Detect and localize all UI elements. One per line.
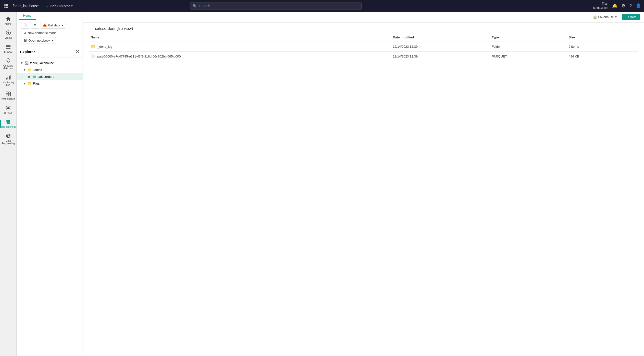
svg-rect-33 <box>7 123 10 124</box>
svg-rect-8 <box>7 6 8 8</box>
chevron-down-icon: ▾ <box>20 61 24 65</box>
cell-name: 📁 _delta_log <box>89 42 391 52</box>
svg-rect-4 <box>6 5 7 6</box>
col-header-size: Size <box>567 33 638 42</box>
tree-salesorders[interactable]: ▶ ⊞ salesorders ··· <box>17 73 82 80</box>
lakehouse-button[interactable]: 🏠 Lakehouse ▾ <box>590 14 620 20</box>
more-options-icon[interactable]: ··· <box>78 74 80 79</box>
cell-date: 12/14/2023 12:39... <box>391 42 490 52</box>
svg-rect-13 <box>6 46 10 47</box>
shield-icon: 🛡 <box>46 4 48 7</box>
file-table-wrap: Name Date modified Type Size 📁 _delta_lo… <box>83 33 644 356</box>
svg-rect-19 <box>6 92 8 94</box>
tree-tables[interactable]: ▾ 📁 Tables <box>17 66 82 73</box>
separator: | <box>42 4 43 8</box>
sidebar-item-create[interactable]: Create <box>0 28 16 42</box>
svg-rect-7 <box>6 6 7 8</box>
back-button[interactable]: ← <box>89 26 93 31</box>
share-button[interactable]: ↑ Share <box>622 14 640 20</box>
folder-icon: 📁 <box>28 67 32 72</box>
account-icon[interactable]: 👤 <box>636 3 641 8</box>
col-header-name: Name <box>89 33 391 42</box>
sidebar-item-workspaces[interactable]: Workspaces <box>0 89 16 103</box>
svg-rect-21 <box>6 94 8 96</box>
settings-icon[interactable]: ⚙ <box>622 3 626 8</box>
svg-rect-18 <box>10 75 10 80</box>
sidebar-item-home[interactable]: Home <box>0 14 16 28</box>
new-semantic-button[interactable]: 🗂 New semantic model <box>20 30 60 36</box>
get-data-button[interactable]: 📥 Get data ▾ <box>40 22 66 29</box>
new-item-icon: 📄 <box>23 23 27 27</box>
sidebar-item-onelake[interactable]: OneLake data hub <box>0 55 16 72</box>
chevron-down-icon: ▾ <box>615 15 617 19</box>
tab-home[interactable]: Home <box>18 12 36 20</box>
svg-rect-22 <box>8 94 10 96</box>
file-table: Name Date modified Type Size 📁 _delta_lo… <box>89 33 638 61</box>
trial-info: Trial: 59 days left <box>593 2 608 10</box>
new-item-button[interactable]: 📄 <box>20 22 30 29</box>
lakehouse-icon: 🏠 <box>593 15 597 19</box>
sensitivity-label[interactable]: Non-Business ▾ <box>50 4 73 8</box>
svg-rect-0 <box>4 4 6 5</box>
notebook-icon: 📓 <box>23 39 27 42</box>
explorer-header: Explorer ✕ <box>17 46 82 57</box>
explorer-close-button[interactable]: ✕ <box>76 49 79 54</box>
open-notebook-button[interactable]: 📓 Open notebook ▾ <box>20 37 56 44</box>
root-label: fabric_lakehouse <box>30 61 80 65</box>
table-row[interactable]: 📄 part-00000-e7d47785-e211-43f9-816d-06c… <box>89 52 638 61</box>
tree-files[interactable]: ▾ 📁 Files <box>17 80 82 87</box>
chevron-down-icon: ▾ <box>22 81 26 85</box>
svg-rect-15 <box>6 78 7 80</box>
file-icon: 📄 <box>91 54 95 58</box>
svg-rect-17 <box>9 76 10 79</box>
notification-icon[interactable]: 🔔 <box>612 3 618 8</box>
search-input[interactable] <box>190 2 362 9</box>
help-icon[interactable]: ? <box>629 3 632 8</box>
chevron-down-icon: ▾ <box>22 68 26 72</box>
files-label: Files <box>33 82 80 85</box>
svg-rect-5 <box>7 5 8 6</box>
files-folder-icon: 📁 <box>28 81 32 86</box>
svg-rect-32 <box>6 120 10 123</box>
svg-rect-2 <box>7 4 8 5</box>
search-icon: 🔍 <box>192 4 197 8</box>
gear-icon: ⚙ <box>34 23 36 27</box>
table-row[interactable]: 📁 _delta_log 12/14/2023 12:39... Folder … <box>89 42 638 52</box>
folder-icon: 📁 <box>91 44 96 49</box>
cell-type: Folder <box>490 42 567 52</box>
table-icon: ⊞ <box>32 74 37 79</box>
settings-button[interactable]: ⚙ <box>31 22 39 29</box>
topbar: fabric_lakehouse | 🛡 Non-Business ▾ 🔍 Tr… <box>0 0 644 12</box>
svg-rect-1 <box>6 4 7 5</box>
svg-rect-20 <box>8 92 10 94</box>
svg-rect-6 <box>4 6 6 8</box>
main-area: Home Create Browse OneLake data hub Moni… <box>0 12 644 356</box>
sidebar-item-dp60x[interactable]: DP-60x <box>0 103 16 117</box>
brand: fabric_lakehouse | 🛡 Non-Business ▾ <box>13 4 73 8</box>
sidebar-item-monitoring[interactable]: Monitoring hub <box>0 72 16 89</box>
cell-size: 2 items <box>567 42 638 52</box>
semantic-icon: 🗂 <box>23 31 26 35</box>
cell-type: PARQUET <box>490 52 567 61</box>
toolbar: 📄 ⚙ 📥 Get data ▾ 🗂 New semantic model 📓 … <box>17 20 82 46</box>
topbar-right: Trial: 59 days left 🔔 ⚙ ? 👤 <box>593 2 641 10</box>
search-bar: 🔍 <box>190 2 362 9</box>
content-area: 🏠 Lakehouse ▾ ↑ Share ← salesorders (fil… <box>83 12 644 356</box>
share-icon: ↑ <box>626 15 627 19</box>
chevron-down-icon: ▾ <box>71 4 73 8</box>
chevron-down-icon: ▾ <box>62 23 63 27</box>
page-header: ← salesorders (file view) <box>83 22 644 33</box>
grid-menu-icon[interactable] <box>3 2 10 9</box>
explorer-title: Explorer <box>20 50 35 54</box>
sidebar-item-fabric-lakehouse[interactable]: fabric_lakehouse <box>0 117 16 131</box>
svg-rect-16 <box>7 77 8 80</box>
sidebar-item-browse[interactable]: Browse <box>0 42 16 55</box>
chevron-right-icon: ▶ <box>28 75 31 79</box>
cell-name: 📄 part-00000-e7d47785-e211-43f9-816d-06c… <box>89 52 391 61</box>
cell-date: 12/14/2023 12:39... <box>391 52 490 61</box>
tree-root[interactable]: ▾ 🏠 fabric_lakehouse <box>17 59 82 66</box>
salesorders-label: salesorders <box>38 75 76 79</box>
sidebar-item-data-engineering[interactable]: Data Engineering <box>0 131 16 147</box>
svg-rect-12 <box>6 45 10 45</box>
get-data-icon: 📥 <box>43 23 47 27</box>
